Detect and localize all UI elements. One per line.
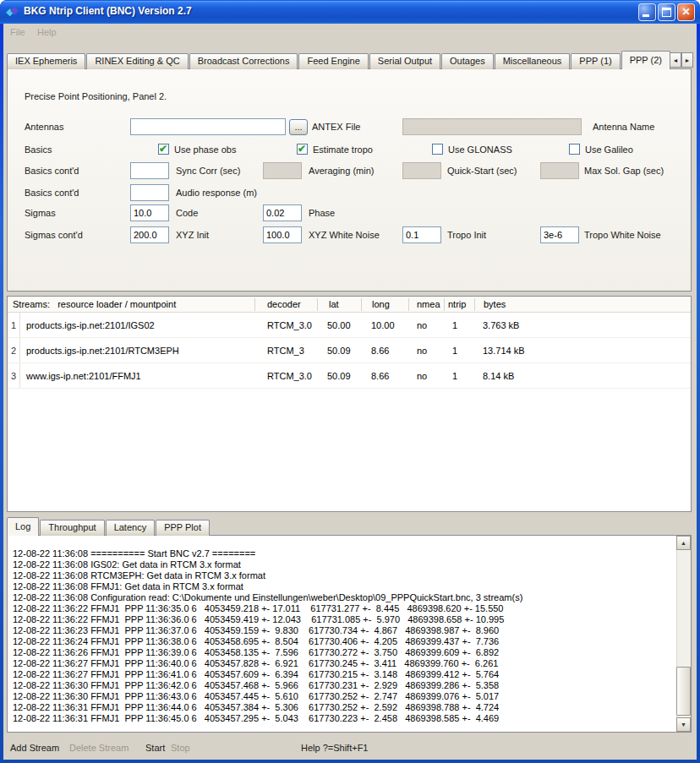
log-line: 12-08-22 11:36:31 FFMJ1 PPP 11:36:45.0 6… xyxy=(13,713,676,724)
cell-nmea: no xyxy=(417,346,427,356)
phase-sigma-input[interactable] xyxy=(263,204,302,221)
phase-sigma-label: Phase xyxy=(309,208,335,219)
quick-start-input xyxy=(402,162,441,179)
xyz-white-noise-label: XYZ White Noise xyxy=(309,230,380,241)
log-scrollbar[interactable]: ▲ ▼ xyxy=(676,536,691,732)
antex-browse-button[interactable]: ... xyxy=(289,119,308,135)
tab-ppp-plot[interactable]: PPP Plot xyxy=(156,520,210,536)
maximize-button[interactable] xyxy=(658,3,675,21)
audio-response-input[interactable] xyxy=(130,184,169,201)
bottom-action-bar: Add Stream Delete Stream Start Stop Help… xyxy=(3,736,697,760)
antenna-name-label: Antenna Name xyxy=(593,122,654,133)
scroll-down-icon[interactable]: ▼ xyxy=(676,717,691,732)
log-line: 12-08-22 11:36:31 FFMJ1 PPP 11:36:44.0 6… xyxy=(13,702,676,713)
cell-bytes: 13.714 kB xyxy=(483,346,525,356)
use-phase-obs-checkbox[interactable] xyxy=(158,144,169,155)
cell-long: 10.00 xyxy=(371,320,395,330)
averaging-label: Averaging (min) xyxy=(309,166,374,177)
max-sol-gap-input xyxy=(540,162,579,179)
tab-feed-engine[interactable]: Feed Engine xyxy=(298,53,368,69)
use-glonass-label: Use GLONASS xyxy=(448,144,512,155)
log-line: 12-08-22 11:36:26 FFMJ1 PPP 11:36:39.0 6… xyxy=(13,647,676,658)
header-nmea: nmea xyxy=(417,299,440,309)
xyz-init-input[interactable] xyxy=(130,226,169,243)
basics-contd2-label: Basics cont'd xyxy=(25,188,79,199)
log-line: 12-08-22 11:36:22 FFMJ1 PPP 11:36:35.0 6… xyxy=(13,603,676,614)
title-bar[interactable]: BKG Ntrip Client (BNC) Version 2.7 ✕ xyxy=(0,0,700,24)
tab-rinex-editing-qc[interactable]: RINEX Editing & QC xyxy=(86,53,188,69)
header-long: long xyxy=(372,299,390,309)
help-hint: Help ?=Shift+F1 xyxy=(301,736,369,760)
code-sigma-input[interactable] xyxy=(130,204,169,221)
max-sol-gap-label: Max Sol. Gap (sec) xyxy=(584,166,664,177)
estimate-tropo-checkbox[interactable] xyxy=(297,144,308,155)
cell-mountpoint: www.igs-ip.net:2101/FFMJ1 xyxy=(26,371,141,381)
menu-file[interactable]: File xyxy=(10,24,25,41)
close-button[interactable]: ✕ xyxy=(677,3,695,21)
app-icon xyxy=(6,5,19,19)
delete-stream-button: Delete Stream xyxy=(69,736,129,760)
table-row[interactable]: 3 www.igs-ip.net:2101/FFMJ1 RTCM_3.0 50.… xyxy=(8,363,691,389)
minimize-button[interactable] xyxy=(638,3,656,21)
xyz-white-noise-input[interactable] xyxy=(263,226,302,243)
log-text: 12-08-22 11:36:08 ========== Start BNC v… xyxy=(8,536,676,732)
header-ntrip: ntrip xyxy=(448,299,466,309)
log-line: 12-08-22 11:36:08 FFMJ1: Get data in RTC… xyxy=(13,581,676,592)
cell-ntrip: 1 xyxy=(452,346,457,356)
tab-throughput[interactable]: Throughput xyxy=(40,520,104,536)
log-line: 12-08-22 11:36:24 FFMJ1 PPP 11:36:38.0 6… xyxy=(13,636,676,647)
log-line: 12-08-22 11:36:08 Configuration read: C:… xyxy=(13,592,676,603)
audio-response-label: Audio response (m) xyxy=(176,188,257,199)
use-glonass-checkbox[interactable] xyxy=(432,144,443,155)
averaging-input xyxy=(263,162,302,179)
cell-ntrip: 1 xyxy=(452,371,457,381)
streams-table-header: Streams: resource loader / mountpoint de… xyxy=(8,297,691,313)
log-line: 12-08-22 11:36:22 FFMJ1 PPP 11:36:36.0 6… xyxy=(13,614,676,625)
tab-miscellaneous[interactable]: Miscellaneous xyxy=(495,53,571,69)
start-button[interactable]: Start xyxy=(145,736,165,760)
streams-table: Streams: resource loader / mountpoint de… xyxy=(7,296,692,512)
use-galileo-checkbox[interactable] xyxy=(569,144,580,155)
tab-latency[interactable]: Latency xyxy=(106,520,156,536)
minimize-icon xyxy=(643,14,649,17)
tab-outages[interactable]: Outages xyxy=(441,53,494,69)
tab-scroll-left-icon[interactable]: ◄ xyxy=(670,52,681,68)
add-stream-button[interactable]: Add Stream xyxy=(10,736,59,760)
table-row[interactable]: 2 products.igs-ip.net:2101/RTCM3EPH RTCM… xyxy=(8,338,691,363)
tab-ppp-1[interactable]: PPP (1) xyxy=(571,53,620,69)
maximize-icon xyxy=(662,8,671,17)
cell-mountpoint: products.igs-ip.net:2101/IGS02 xyxy=(26,320,155,330)
tab-serial-output[interactable]: Serial Output xyxy=(369,53,440,69)
scrollbar-thumb[interactable] xyxy=(676,667,691,716)
code-sigma-label: Code xyxy=(176,208,198,219)
menu-help[interactable]: Help xyxy=(37,24,57,41)
cell-mountpoint: products.igs-ip.net:2101/RTCM3EPH xyxy=(26,346,179,356)
log-panel: 12-08-22 11:36:08 ========== Start BNC v… xyxy=(7,535,692,733)
tab-ppp-2[interactable]: PPP (2) xyxy=(621,51,670,69)
antennas-input[interactable] xyxy=(130,118,286,135)
table-row[interactable]: 1 products.igs-ip.net:2101/IGS02 RTCM_3.… xyxy=(8,313,691,338)
tropo-init-input[interactable] xyxy=(402,226,441,243)
tab-iex-ephemeris[interactable]: IEX Ephemeris xyxy=(7,53,85,69)
quick-start-label: Quick-Start (sec) xyxy=(447,166,517,177)
basics-label: Basics xyxy=(25,144,52,155)
close-icon: ✕ xyxy=(678,4,694,20)
log-line: 12-08-22 11:36:30 FFMJ1 PPP 11:36:43.0 6… xyxy=(13,691,676,702)
scroll-up-icon[interactable]: ▲ xyxy=(676,536,691,550)
log-tab-bar: Log Throughput Latency PPP Plot xyxy=(7,517,211,536)
stop-button: Stop xyxy=(171,736,190,760)
tab-scroll-right-icon[interactable]: ► xyxy=(681,52,693,68)
header-mountpoint: Streams: resource loader / mountpoint xyxy=(13,299,176,309)
menu-bar: File Help xyxy=(3,24,697,41)
header-lat: lat xyxy=(329,299,339,309)
tropo-white-noise-input[interactable] xyxy=(540,226,579,243)
row-number: 1 xyxy=(8,313,20,337)
sync-corr-input[interactable] xyxy=(130,162,169,179)
cell-decoder: RTCM_3.0 xyxy=(267,320,312,330)
tab-broadcast-corrections[interactable]: Broadcast Corrections xyxy=(189,53,298,69)
log-line: 12-08-22 11:36:08 ========== Start BNC v… xyxy=(13,548,676,559)
cell-lat: 50.09 xyxy=(327,346,351,356)
cell-ntrip: 1 xyxy=(452,320,457,330)
tab-log[interactable]: Log xyxy=(7,517,39,536)
cell-lat: 50.09 xyxy=(327,371,351,381)
